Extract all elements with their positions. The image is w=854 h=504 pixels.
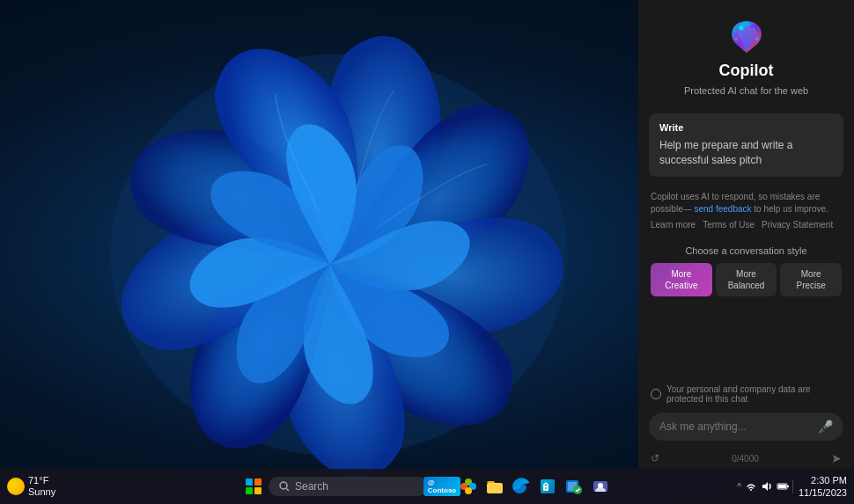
svg-point-5 (280, 482, 287, 489)
chat-input-area: 🎤 (649, 413, 843, 441)
edge-icon[interactable] (510, 475, 533, 498)
copilot-title: Copilot (719, 62, 774, 80)
outlook-app-icon (565, 478, 583, 495)
tray-divider (792, 479, 793, 493)
teams-app-icon (592, 478, 609, 495)
search-text: Search (295, 480, 328, 493)
suggestion-text: Help me prepare and write a successful s… (659, 138, 833, 168)
contoso-label: @ Contoso (423, 477, 460, 496)
style-balanced-button[interactable]: MoreBalanced (716, 263, 777, 296)
chat-input[interactable] (659, 420, 811, 433)
edge-browser-icon (512, 478, 530, 495)
copilot-panel: Copilot Protected AI chat for the web Wr… (638, 0, 854, 469)
char-count: 0/4000 (732, 454, 759, 464)
time-display: 2:30 PM (811, 475, 847, 486)
mic-icon[interactable]: 🎤 (818, 420, 833, 434)
refresh-button[interactable]: ↺ (651, 452, 659, 464)
taskbar-left: 71°F Sunny (0, 475, 55, 498)
copilot-logo-icon (727, 18, 766, 56)
terms-link[interactable]: Terms of Use (703, 219, 755, 231)
privacy-notice: Your personal and company data are prote… (638, 376, 854, 409)
desktop: Copilot Protected AI chat for the web Wr… (0, 0, 854, 504)
spacer (638, 303, 854, 376)
search-icon (279, 481, 290, 492)
svg-line-6 (287, 489, 290, 492)
search-bar[interactable]: Search (269, 477, 427, 496)
disclaimer: Copilot uses AI to respond, so mistakes … (638, 184, 854, 238)
teams-icon[interactable] (589, 475, 612, 498)
system-tray: ^ (737, 479, 793, 493)
svg-point-4 (755, 37, 759, 40)
weather-sun-icon (7, 478, 25, 495)
style-precise-button[interactable]: MorePrecise (780, 263, 842, 296)
colorful-dots-icon (460, 478, 477, 495)
style-creative-button[interactable]: MoreCreative (651, 263, 712, 296)
chat-footer: ↺ 0/4000 ➤ (638, 448, 854, 469)
weather-text: 71°F Sunny (28, 475, 55, 498)
learn-more-link[interactable]: Learn more (651, 219, 696, 231)
suggestion-label: Write (659, 122, 833, 133)
microsoft-store-icon (539, 478, 556, 495)
condition: Sunny (28, 486, 55, 498)
volume-icon (761, 480, 773, 493)
svg-rect-14 (546, 487, 547, 489)
weather-widget[interactable]: 71°F Sunny (7, 475, 55, 498)
clock[interactable]: 2:30 PM 11/15/2023 (799, 474, 847, 500)
svg-point-3 (734, 38, 737, 40)
conversation-style-section: Choose a conversation style MoreCreative… (638, 238, 854, 303)
copilot-subtitle: Protected AI chat for the web (684, 85, 808, 96)
start-button[interactable] (242, 475, 265, 498)
svg-point-1 (739, 26, 743, 31)
svg-point-2 (750, 25, 754, 28)
tray-arrow[interactable]: ^ (737, 482, 741, 492)
privacy-icon (651, 389, 661, 399)
taskbar: 71°F Sunny S (0, 469, 854, 504)
temperature: 71°F (28, 475, 55, 486)
windows-logo-icon (246, 478, 261, 494)
wifi-icon (745, 480, 757, 493)
style-title: Choose a conversation style (651, 245, 842, 256)
file-explorer-icon[interactable] (483, 475, 506, 498)
disclaimer-links: Learn more Terms of Use Privacy Statemen… (651, 219, 842, 231)
svg-point-10 (465, 487, 472, 494)
wallpaper (53, 18, 625, 493)
svg-rect-21 (787, 486, 789, 487)
date-display: 11/15/2023 (799, 487, 847, 498)
suggestion-card[interactable]: Write Help me prepare and write a succes… (649, 113, 843, 177)
disclaimer-suffix: to help us improve. (754, 204, 828, 214)
folder-icon (486, 478, 504, 495)
style-buttons: MoreCreative MoreBalanced MorePrecise (651, 263, 842, 296)
outlook-icon[interactable] (563, 475, 585, 498)
battery-icon (777, 480, 789, 493)
send-button[interactable]: ➤ (831, 451, 842, 465)
svg-rect-11 (487, 483, 503, 493)
feedback-link[interactable]: send feedback (694, 204, 751, 214)
taskbar-center: Search @ Contoso (242, 475, 612, 498)
privacy-statement-link[interactable]: Privacy Statement (762, 219, 833, 231)
privacy-text: Your personal and company data are prote… (666, 384, 842, 404)
contoso-icon[interactable]: @ Contoso (431, 475, 453, 498)
store-icon[interactable] (536, 475, 559, 498)
copilot-header: Copilot Protected AI chat for the web (638, 0, 854, 106)
chat-input-wrapper: 🎤 (649, 413, 843, 441)
taskbar-right: ^ (737, 474, 854, 500)
taskbar-unknown-app-icon[interactable] (457, 475, 480, 498)
svg-rect-22 (778, 485, 786, 488)
